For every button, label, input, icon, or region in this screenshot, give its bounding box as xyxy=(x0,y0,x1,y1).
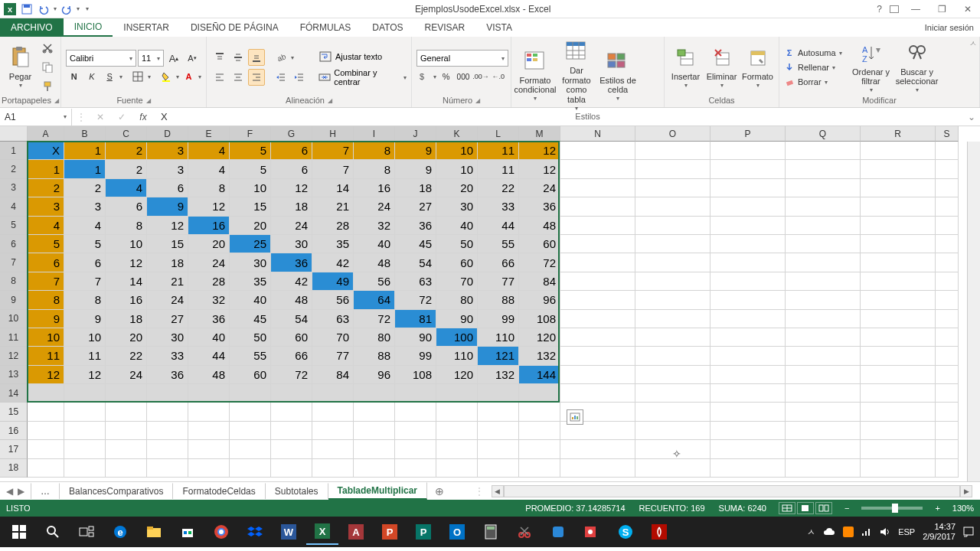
cell[interactable] xyxy=(861,179,936,197)
cell[interactable] xyxy=(271,459,312,478)
cell[interactable]: 99 xyxy=(478,310,519,328)
cell[interactable] xyxy=(271,440,312,458)
cell[interactable]: 14 xyxy=(106,272,147,291)
cell[interactable] xyxy=(64,440,106,458)
cell[interactable]: 72 xyxy=(395,291,436,309)
cell[interactable] xyxy=(710,197,786,216)
cell[interactable] xyxy=(106,459,147,478)
sheet-tab-ellipsis[interactable]: … xyxy=(31,483,60,499)
cell[interactable] xyxy=(635,197,710,216)
cell[interactable]: 5 xyxy=(230,160,271,178)
cell[interactable] xyxy=(28,459,64,478)
vertical-scrollbar[interactable] xyxy=(967,142,980,481)
cell[interactable]: 77 xyxy=(478,272,519,291)
cell[interactable]: 40 xyxy=(230,291,271,309)
cell[interactable]: 55 xyxy=(230,347,271,365)
collapse-ribbon-icon[interactable]: ㅅ xyxy=(969,38,977,49)
cell[interactable]: 30 xyxy=(436,197,478,216)
cell[interactable]: 7 xyxy=(312,160,354,178)
cell[interactable]: 22 xyxy=(478,179,519,197)
cell[interactable]: 33 xyxy=(147,347,188,365)
cell[interactable] xyxy=(861,197,936,216)
cell[interactable] xyxy=(710,459,786,478)
cell[interactable]: 2 xyxy=(106,142,147,160)
cell[interactable]: 24 xyxy=(188,253,230,272)
cell[interactable]: 4 xyxy=(106,179,147,197)
cell[interactable]: 8 xyxy=(64,291,106,309)
cell[interactable] xyxy=(230,384,271,403)
dialog-launcher-icon[interactable]: ◢ xyxy=(54,97,59,104)
cell[interactable] xyxy=(710,403,786,421)
cell[interactable] xyxy=(560,272,635,291)
column-header[interactable]: C xyxy=(106,126,147,142)
cell[interactable] xyxy=(106,384,147,403)
cell[interactable] xyxy=(312,459,354,478)
start-button[interactable] xyxy=(3,519,35,545)
cell[interactable]: 60 xyxy=(519,235,560,253)
cell[interactable] xyxy=(936,160,959,178)
cell[interactable]: 36 xyxy=(188,310,230,328)
number-format-selector[interactable]: General▾ xyxy=(416,50,508,67)
cell[interactable]: 30 xyxy=(230,253,271,272)
cell[interactable]: 96 xyxy=(354,366,395,384)
cell[interactable] xyxy=(786,272,861,291)
cell[interactable] xyxy=(786,384,861,403)
font-size-selector[interactable]: 11▾ xyxy=(138,50,164,67)
cell[interactable] xyxy=(28,440,64,458)
row-header[interactable]: 8 xyxy=(0,272,28,291)
cell[interactable] xyxy=(560,291,635,309)
cell[interactable]: 3 xyxy=(147,160,188,178)
cell[interactable] xyxy=(635,310,710,328)
help-icon[interactable]: ? xyxy=(877,4,882,15)
redo-dropdown-icon[interactable]: ▾ xyxy=(77,5,80,12)
italic-button[interactable]: K xyxy=(83,68,100,85)
column-header[interactable]: D xyxy=(147,126,188,142)
cell[interactable] xyxy=(710,440,786,458)
cell[interactable] xyxy=(786,142,861,160)
cell[interactable] xyxy=(710,217,786,235)
minimize-button[interactable]: — xyxy=(906,4,925,15)
cell[interactable] xyxy=(560,366,635,384)
tab-formulas[interactable]: FÓRMULAS xyxy=(289,18,362,37)
cell[interactable]: 80 xyxy=(354,328,395,347)
column-header[interactable]: O xyxy=(635,126,710,142)
cell[interactable]: 56 xyxy=(354,272,395,291)
undo-icon[interactable] xyxy=(37,2,51,16)
column-header[interactable]: G xyxy=(271,126,312,142)
tray-av-icon[interactable] xyxy=(843,527,854,537)
cell[interactable] xyxy=(936,459,959,478)
cell[interactable]: 1 xyxy=(64,142,106,160)
cell[interactable]: 64 xyxy=(354,291,395,309)
tab-inicio[interactable]: INICIO xyxy=(64,18,113,37)
cell[interactable] xyxy=(786,310,861,328)
row-header[interactable]: 11 xyxy=(0,328,28,347)
tray-network-icon[interactable] xyxy=(861,527,872,536)
cell[interactable] xyxy=(395,459,436,478)
close-button[interactable]: ✕ xyxy=(959,4,977,15)
decrease-decimal-icon[interactable]: ←.0 xyxy=(491,68,506,85)
cell[interactable]: 70 xyxy=(436,272,478,291)
cell[interactable]: 54 xyxy=(271,310,312,328)
sheet-tab-multiplicar[interactable]: TabladeMultiplicar xyxy=(328,482,427,500)
cell[interactable]: 56 xyxy=(312,291,354,309)
cell[interactable] xyxy=(635,235,710,253)
cell[interactable] xyxy=(635,253,710,272)
cell[interactable] xyxy=(312,384,354,403)
cell[interactable]: 44 xyxy=(478,217,519,235)
acrobat-icon[interactable] xyxy=(643,519,675,545)
cell[interactable]: 110 xyxy=(478,328,519,347)
cell[interactable] xyxy=(861,253,936,272)
cell[interactable]: 21 xyxy=(147,272,188,291)
cell[interactable]: 9 xyxy=(395,142,436,160)
cell-styles-button[interactable]: Estilos de celda▾ xyxy=(599,50,637,102)
enter-formula-icon[interactable]: ✓ xyxy=(115,112,129,122)
cell[interactable] xyxy=(936,440,959,458)
cell[interactable] xyxy=(354,459,395,478)
undo-dropdown-icon[interactable]: ▾ xyxy=(54,5,57,12)
row-header[interactable]: 6 xyxy=(0,235,28,253)
cell[interactable] xyxy=(936,328,959,347)
zoom-level[interactable]: 130% xyxy=(952,504,974,513)
cell[interactable]: 4 xyxy=(188,160,230,178)
cell[interactable] xyxy=(635,272,710,291)
sheet-tab-balances[interactable]: BalancesComparativos xyxy=(60,483,173,499)
